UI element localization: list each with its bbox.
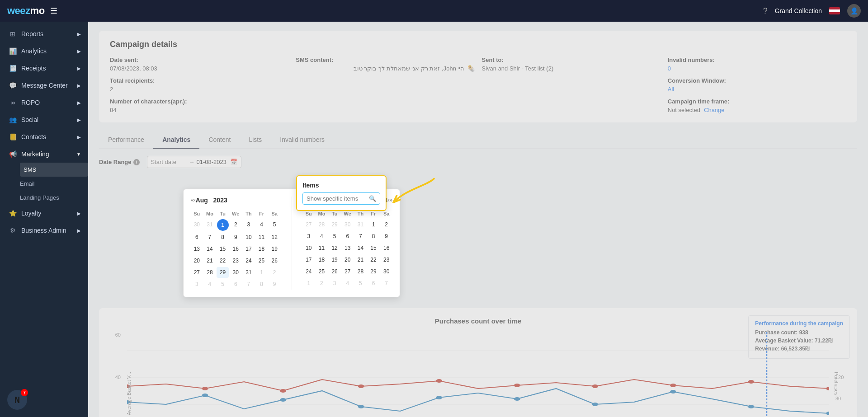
chevron-icon: ▶	[77, 228, 81, 233]
svg-point-6	[358, 384, 364, 388]
loyalty-icon: ⭐	[9, 209, 17, 217]
num-chars-value: 84	[110, 107, 288, 113]
y-label-right: Purchases	[834, 372, 839, 395]
help-icon[interactable]: ?	[763, 6, 768, 16]
tab-content[interactable]: Content	[199, 131, 240, 149]
contacts-icon: 📒	[9, 133, 17, 141]
chevron-icon: ▶	[77, 49, 81, 54]
arrow-icon: →	[189, 159, 195, 165]
date-sent-field: Date sent: 07/08/2023, 08:03 Total recip…	[110, 56, 288, 113]
y-label-left: Average Basket V...	[126, 372, 132, 415]
sidebar-sub-item-landing-pages[interactable]: Landing Pages	[20, 191, 88, 205]
sidebar-item-receipts[interactable]: 🧾 Receipts ▶	[0, 60, 88, 77]
tab-invalid-numbers[interactable]: Invalid numbers	[271, 131, 334, 149]
search-icon: 🔍	[369, 195, 376, 202]
tabs-row: Performance Analytics Content Lists Inva…	[99, 131, 857, 149]
start-date-input[interactable]	[151, 159, 187, 165]
sidebar-item-label: Social	[21, 116, 38, 123]
sms-content-label: SMS content:	[296, 56, 474, 63]
tab-lists[interactable]: Lists	[240, 131, 271, 149]
svg-point-16	[358, 405, 364, 408]
sidebar-item-label: Message Center	[21, 82, 68, 89]
sidebar-item-social[interactable]: 👥 Social ▶	[0, 111, 88, 128]
conversion-window-value[interactable]: All	[668, 86, 846, 93]
user-avatar[interactable]: 👤	[847, 4, 861, 18]
chevron-icon: ▶	[77, 66, 81, 71]
date-range-input[interactable]: → 01-08-2023 📅	[147, 156, 242, 168]
tab-analytics[interactable]: Analytics	[153, 131, 199, 149]
sidebar-bottom: N 7	[0, 383, 88, 417]
sidebar-item-label: Reports	[21, 30, 43, 37]
sidebar-item-label: Analytics	[21, 47, 47, 55]
sidebar-item-message-center[interactable]: 💬 Message Center ▶	[0, 77, 88, 94]
chart-title: Purchases count over time	[110, 317, 846, 325]
sidebar-item-label: Marketing	[21, 150, 49, 158]
items-popup: Items 🔍	[296, 175, 387, 211]
sidebar-sub-item-email[interactable]: Email	[20, 177, 88, 191]
change-link[interactable]: Change	[704, 107, 725, 113]
svg-point-18	[514, 397, 520, 401]
layout: ⊞ Reports ▶ 📊 Analytics ▶ 🧾 Receipts ▶ 💬…	[0, 0, 868, 417]
total-recipients-label: Total recipients:	[110, 77, 288, 84]
sidebar-sub-item-sms[interactable]: SMS	[20, 163, 88, 177]
sidebar-item-contacts[interactable]: 📒 Contacts ▶	[0, 128, 88, 145]
cal-next-next[interactable]: »	[389, 197, 392, 203]
chevron-icon: ▶	[77, 32, 81, 37]
sidebar-item-label: ROPO	[21, 99, 40, 106]
sidebar-item-label: Contacts	[21, 133, 46, 141]
sidebar-item-marketing[interactable]: 📢 Marketing ▼	[0, 145, 88, 163]
svg-point-15	[280, 398, 286, 402]
cal-prev-prev[interactable]: «	[191, 197, 194, 203]
sidebar-marketing-sub: SMS Email Landing Pages	[0, 163, 88, 205]
y-axis-left: 604020	[110, 332, 123, 417]
svg-point-9	[592, 384, 598, 388]
tab-performance[interactable]: Performance	[99, 131, 153, 149]
sent-to-field: Sent to: Sivan and Shir - Test list (2)	[482, 56, 660, 113]
svg-point-8	[514, 384, 520, 387]
header-right: ? Grand Collection 👤	[763, 4, 861, 18]
items-popup-title: Items	[302, 182, 380, 189]
invalid-numbers-label: Invalid numbers:	[668, 56, 846, 63]
cal-divider	[292, 197, 292, 290]
info-icon-filter: i	[133, 159, 140, 165]
svg-point-12	[826, 387, 829, 390]
svg-point-22	[826, 412, 829, 415]
notification-badge[interactable]: N 7	[7, 390, 27, 410]
svg-point-20	[670, 390, 676, 394]
ropo-icon: ∞	[9, 98, 17, 107]
receipts-icon: 🧾	[9, 64, 17, 72]
calendar-aug: « ‹ Aug 2023 Su Mo Tu We Th Fr Sa 30 31 …	[191, 197, 281, 290]
date-sent-label: Date sent:	[110, 56, 288, 63]
calendar-icon[interactable]: 📅	[230, 159, 237, 165]
analytics-icon: 📊	[9, 47, 17, 55]
admin-icon: ⚙	[9, 226, 17, 234]
svg-point-17	[436, 396, 442, 399]
sidebar-item-label: Business Admin	[21, 227, 66, 234]
campaign-time-frame-label: Campaign time frame:	[668, 98, 846, 105]
svg-point-19	[592, 403, 598, 406]
chevron-icon: ▶	[77, 211, 81, 216]
chart-svg	[127, 332, 829, 417]
marketing-icon: 📢	[9, 150, 17, 158]
items-search-input[interactable]	[307, 195, 366, 202]
svg-point-7	[436, 379, 442, 383]
cal-sep-days: Su Mo Tu We Th Fr Sa 27 28 29 30 31 1 2 …	[303, 209, 393, 289]
svg-point-5	[280, 389, 286, 393]
invalid-numbers-value[interactable]: 0	[668, 65, 846, 72]
sent-to-value: Sivan and Shir - Test list (2)	[482, 65, 660, 72]
svg-point-10	[670, 384, 676, 387]
sidebar-item-label: Receipts	[21, 65, 46, 72]
top-header: weezmo ☰ ? Grand Collection 👤	[0, 0, 868, 22]
sidebar-item-business-admin[interactable]: ⚙ Business Admin ▶	[0, 222, 88, 239]
items-search[interactable]: 🔍	[302, 192, 380, 205]
chart-svg-wrapper	[127, 332, 829, 417]
sidebar-item-ropo[interactable]: ∞ ROPO ▶	[0, 94, 88, 111]
sidebar-item-reports[interactable]: ⊞ Reports ▶	[0, 25, 88, 42]
sidebar-item-loyalty[interactable]: ⭐ Loyalty ▶	[0, 205, 88, 222]
flag-icon	[829, 7, 840, 14]
chevron-icon: ▶	[77, 135, 81, 140]
hamburger-icon[interactable]: ☰	[50, 6, 57, 16]
campaign-details: Campaign details Date sent: 07/08/2023, …	[99, 31, 857, 122]
section-title: Campaign details	[110, 40, 846, 49]
sidebar-item-analytics[interactable]: 📊 Analytics ▶	[0, 42, 88, 60]
